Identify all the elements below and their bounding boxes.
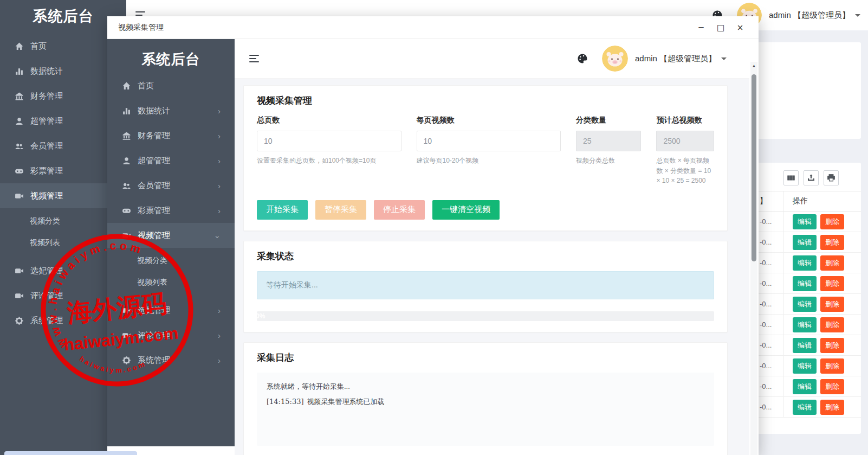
- sidebar-item-label: 财务管理: [30, 91, 63, 101]
- sidebar-item-members[interactable]: 会员管理›: [107, 173, 235, 198]
- edit-button[interactable]: 编辑: [793, 255, 817, 271]
- delete-button[interactable]: 删除: [820, 214, 844, 229]
- theme-palette-icon[interactable]: [577, 53, 588, 64]
- progress-bar: 0%: [257, 311, 714, 321]
- table-row: -0...编辑删除: [753, 294, 861, 315]
- sidebar-item-label: 首页: [30, 41, 47, 52]
- delete-button[interactable]: 删除: [820, 235, 844, 250]
- sidebar-item-video-category[interactable]: 视频分类: [107, 250, 235, 272]
- field-hint: 视频分类总数: [576, 156, 641, 166]
- export-icon[interactable]: [804, 170, 819, 185]
- chevron-right-icon: ›: [218, 331, 221, 340]
- home-icon: [15, 42, 24, 51]
- video-icon: [122, 331, 131, 340]
- chevron-right-icon: ›: [218, 156, 221, 165]
- delete-button[interactable]: 删除: [820, 358, 844, 374]
- edit-button[interactable]: 编辑: [793, 297, 817, 312]
- minimize-icon[interactable]: ─: [697, 23, 705, 32]
- sidebar-item-label: 会员管理: [30, 141, 63, 151]
- edit-button[interactable]: 编辑: [793, 276, 817, 291]
- edit-button[interactable]: 编辑: [793, 214, 817, 229]
- collect-fields: 总页数设置要采集的总页数，如100个视频=10页每页视频数建议每页10-20个视…: [257, 116, 714, 186]
- sidebar-item-label: 视频列表: [137, 278, 167, 287]
- sidebar-item-system[interactable]: 系统管理›: [107, 348, 235, 373]
- delete-button[interactable]: 删除: [820, 379, 844, 394]
- table-row: -0...编辑删除: [753, 335, 861, 356]
- sidebar-item-comments[interactable]: 评论管理›: [107, 323, 235, 348]
- sidebar-item-label: 系统管理: [30, 316, 63, 326]
- bank-icon: [122, 131, 131, 140]
- sidebar-item-superadmin[interactable]: 超管管理›: [107, 148, 235, 173]
- sidebar-item-label: 系统管理: [138, 355, 170, 366]
- gear-icon: [122, 356, 131, 365]
- table-header-row: 】 操作: [753, 191, 861, 212]
- delete-button[interactable]: 删除: [820, 276, 844, 291]
- delete-button[interactable]: 删除: [820, 297, 844, 312]
- print-icon[interactable]: [824, 170, 839, 185]
- delete-button[interactable]: 删除: [820, 317, 844, 332]
- collect-card: 视频采集管理 总页数设置要采集的总页数，如100个视频=10页每页视频数建议每页…: [243, 85, 728, 231]
- table-toolbar: [753, 163, 861, 191]
- edit-button[interactable]: 编辑: [793, 379, 817, 394]
- edit-button[interactable]: 编辑: [793, 338, 817, 353]
- sidebar-item-home[interactable]: 首页: [107, 73, 235, 98]
- avatar[interactable]: [602, 46, 628, 72]
- admin-dropdown[interactable]: admin 【超级管理员】: [635, 54, 716, 64]
- sidebar-item-label: 数据统计: [30, 66, 63, 76]
- field-input[interactable]: [257, 131, 401, 151]
- form-field: 分类数量视频分类总数: [576, 116, 641, 186]
- delete-button[interactable]: 删除: [820, 255, 844, 271]
- scroll-up-icon[interactable]: ▲: [750, 62, 757, 71]
- edit-button[interactable]: 编辑: [793, 317, 817, 332]
- columns-icon[interactable]: [783, 170, 799, 185]
- sidebar-item-label: 彩票管理: [138, 206, 170, 216]
- chevron-right-icon: ›: [218, 181, 221, 190]
- collect-buttons: 开始采集暂停采集停止采集一键清空视频: [257, 200, 714, 220]
- log-line: [14:15:33]视频采集管理系统已加载: [267, 394, 704, 409]
- field-label: 每页视频数: [417, 116, 561, 125]
- sidebar-item-label: 超管管理: [30, 116, 63, 126]
- modal-window-controls: ─□×: [697, 23, 744, 32]
- sidebar-item-finance[interactable]: 财务管理›: [107, 123, 235, 148]
- edit-button[interactable]: 编辑: [793, 358, 817, 374]
- sidebar-item-label: 会员管理: [138, 181, 170, 191]
- maximize-icon[interactable]: □: [716, 23, 725, 32]
- clear-videos-button[interactable]: 一键清空视频: [432, 200, 500, 220]
- bottom-blue-bar: [4, 451, 137, 455]
- sidebar-item-lottery[interactable]: 彩票管理›: [107, 198, 235, 223]
- status-card-title: 采集状态: [257, 250, 714, 262]
- chart-icon: [122, 106, 131, 116]
- field-hint: 总页数 × 每页视频数 × 分类数量 = 10 × 10 × 25 = 2500: [656, 156, 714, 186]
- log-box: 系统就绪，等待开始采集...[14:15:33]视频采集管理系统已加载: [257, 373, 714, 446]
- edit-button[interactable]: 编辑: [793, 400, 817, 415]
- modal-sidebar-title: 系统后台: [107, 39, 235, 69]
- chevron-down-icon: ⌄: [213, 230, 221, 240]
- sidebar-item-label: 彩票管理: [30, 166, 63, 176]
- start-collect-button[interactable]: 开始采集: [257, 200, 308, 220]
- modal-header: admin 【超级管理员】: [235, 39, 749, 79]
- field-label: 分类数量: [576, 116, 641, 125]
- sidebar-item-stats[interactable]: 数据统计›: [107, 98, 235, 123]
- sidebar-item-video-list[interactable]: 视频列表: [107, 272, 235, 293]
- close-icon[interactable]: ×: [736, 23, 744, 32]
- field-input[interactable]: [417, 131, 561, 151]
- video-icon: [15, 291, 24, 300]
- chevron-down-icon[interactable]: [855, 14, 860, 17]
- field-hint: 设置要采集的总页数，如100个视频=10页: [257, 156, 401, 166]
- delete-button[interactable]: 删除: [820, 400, 844, 415]
- delete-button[interactable]: 删除: [820, 338, 844, 353]
- sidebar-item-concubine[interactable]: 选妃管理›: [107, 298, 235, 323]
- chevron-down-icon[interactable]: [721, 57, 727, 60]
- status-card: 采集状态 等待开始采集... 0%: [243, 241, 728, 332]
- edit-button[interactable]: 编辑: [793, 235, 817, 250]
- sidebar-item-label: 评论管理: [138, 330, 170, 341]
- admin-dropdown[interactable]: admin 【超级管理员】: [769, 10, 850, 21]
- sidebar-item-video[interactable]: 视频管理⌄: [107, 223, 235, 248]
- sidebar-item-label: 数据统计: [138, 106, 170, 116]
- scrollbar-thumb[interactable]: [752, 74, 756, 261]
- log-card-title: 采集日志: [257, 351, 714, 364]
- modal-sidebar-menu: 首页数据统计›财务管理›超管管理›会员管理›彩票管理›视频管理⌄视频分类视频列表…: [107, 73, 235, 373]
- menu-toggle-icon[interactable]: [249, 55, 259, 62]
- field-input: [656, 131, 714, 151]
- modal-scrollbar[interactable]: ▲: [750, 62, 757, 455]
